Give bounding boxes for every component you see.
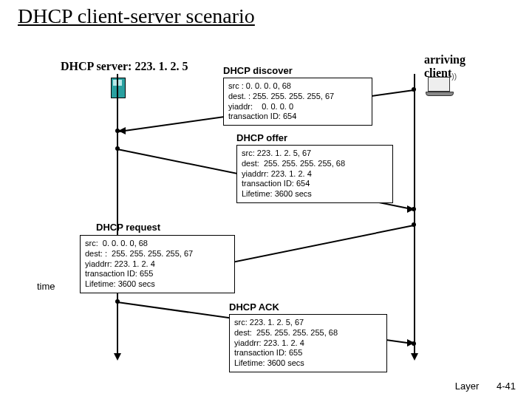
footer-slide-number: 4-41 (497, 381, 516, 392)
footer: Layer 4-41 (455, 381, 516, 392)
client-timeline (414, 74, 415, 355)
server-timeline (117, 74, 118, 355)
dhcp-request-title: DHCP request (96, 222, 160, 233)
dhcp-ack-title: DHCP ACK (229, 301, 279, 313)
dhcp-discover-title: DHCP discover (223, 65, 293, 76)
dhcp-discover-box: src : 0. 0. 0. 0, 68 dest. : 255. 255. 2… (223, 78, 372, 126)
dhcp-server-label: DHCP server: 223. 1. 2. 5 (61, 60, 188, 73)
dhcp-offer-box: src: 223. 1. 2. 5, 67 dest: 255. 255. 25… (236, 145, 393, 203)
dhcp-ack-box: src: 223. 1. 2. 5, 67 dest: 255. 255. 25… (229, 314, 387, 372)
arrow-down-icon (114, 353, 121, 361)
server-icon (111, 78, 126, 98)
arriving-client-label: arriving client (424, 53, 466, 80)
dhcp-request-box: src: 0. 0. 0. 0, 68 dest: : 255. 255. 25… (80, 235, 235, 293)
arrow-right-icon (407, 205, 415, 213)
page-title: DHCP client-server scenario (18, 4, 255, 28)
time-axis-label: time (37, 281, 55, 292)
arrow-left-icon (118, 127, 126, 134)
footer-layer: Layer (455, 381, 480, 392)
laptop-icon: •)) (426, 77, 452, 95)
dhcp-offer-title: DHCP offer (236, 132, 287, 143)
arrow-right-icon (407, 339, 415, 347)
arrow-down-icon (411, 353, 418, 361)
